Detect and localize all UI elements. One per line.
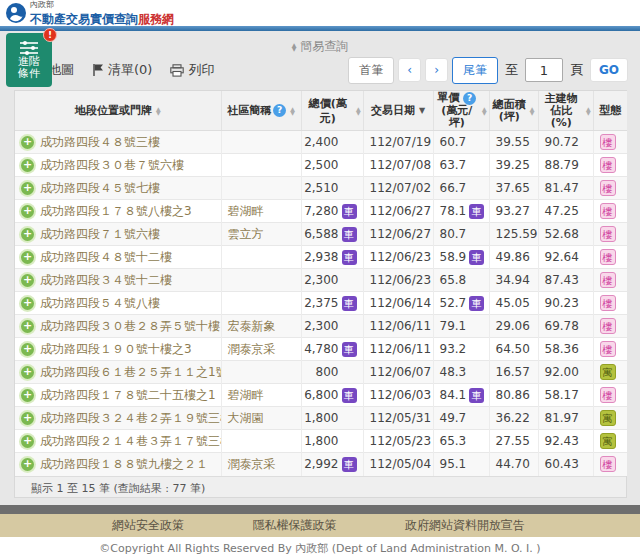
address-link[interactable]: 成功路四段２１４巷３弄１７號三樓 (40, 433, 221, 450)
expand-row-icon[interactable]: + (21, 205, 34, 218)
cell-address[interactable]: +成功路四段４８號三樓 (15, 131, 221, 154)
cell-address[interactable]: +成功路四段３０巷７號六樓 (15, 154, 221, 177)
cell-address[interactable]: +成功路四段１８８號九樓之２１ (15, 453, 221, 476)
parking-badge: 車 (342, 227, 357, 242)
table-row[interactable]: +成功路四段６１巷２５弄１１之1號二樓800112/06/0748.316.57… (15, 361, 627, 384)
expand-row-icon[interactable]: + (21, 228, 34, 241)
table-row[interactable]: +成功路四段１７８號二十五樓之1碧湖畔6,800車112/06/0384.1車8… (15, 384, 627, 407)
address-link[interactable]: 成功路四段４８號三樓 (40, 134, 160, 151)
cell-area: 27.55 (489, 430, 538, 453)
last-page-button[interactable]: 尾筆 (452, 57, 498, 84)
list-button[interactable]: 清單(0) (92, 61, 152, 79)
address-link[interactable]: 成功路四段１９０號十樓之3 (40, 341, 192, 358)
parking-badge: 車 (342, 296, 357, 311)
column-header-location[interactable]: 地段位置或門牌 ▲▼ (15, 91, 221, 131)
security-policy-link[interactable]: 網站安全政策 (112, 517, 184, 534)
expand-row-icon[interactable]: + (21, 182, 34, 195)
expand-row-icon[interactable]: + (21, 366, 34, 379)
expand-row-icon[interactable]: + (21, 435, 34, 448)
cell-address[interactable]: +成功路四段１７８號八樓之3 (15, 200, 221, 223)
column-label: 型態 (599, 103, 621, 118)
column-header-community[interactable]: 社區簡稱 ? ▲▼ (221, 91, 301, 131)
expand-row-icon[interactable]: + (21, 343, 34, 356)
cell-address[interactable]: +成功路四段５４號八樓 (15, 292, 221, 315)
sorted-desc-icon: ▼ (419, 106, 425, 115)
table-row[interactable]: +成功路四段４８號三樓2,400112/07/1960.739.5590.72樓 (15, 131, 627, 154)
help-icon[interactable]: ? (273, 104, 286, 117)
sort-icon: ▲▼ (530, 107, 535, 115)
table-row[interactable]: +成功路四段３０巷２８弄５號十樓宏泰新象2,300112/06/1179.129… (15, 315, 627, 338)
cell-area: 29.06 (489, 315, 538, 338)
address-link[interactable]: 成功路四段４８號十二樓 (40, 249, 172, 266)
column-header-date[interactable]: 交易日期 ▼ (363, 91, 433, 131)
address-link[interactable]: 成功路四段１８８號九樓之２１ (40, 456, 208, 473)
cell-address[interactable]: +成功路四段３２４巷２弄１９號三樓 (15, 407, 221, 430)
cell-address[interactable]: +成功路四段３０巷２８弄５號十樓 (15, 315, 221, 338)
prev-page-button[interactable]: ‹ (398, 58, 421, 82)
address-link[interactable]: 成功路四段３０巷７號六樓 (40, 157, 184, 174)
expand-row-icon[interactable]: + (21, 458, 34, 471)
column-header-area[interactable]: 總面積 (坪) ▲▼ (489, 91, 538, 131)
cell-community (221, 131, 301, 154)
address-link[interactable]: 成功路四段３４號十二樓 (40, 272, 172, 289)
table-row[interactable]: +成功路四段４８號十二樓2,938車112/06/2358.9車49.8692.… (15, 246, 627, 269)
table-row[interactable]: +成功路四段３０巷７號六樓2,500112/07/0863.739.2588.7… (15, 154, 627, 177)
address-link[interactable]: 成功路四段６１巷２５弄１１之1號二樓 (40, 364, 221, 381)
address-link[interactable]: 成功路四段１７８號八樓之3 (40, 203, 192, 220)
address-link[interactable]: 成功路四段３２４巷２弄１９號三樓 (40, 410, 221, 427)
query-mode-toggle[interactable]: ▲▼簡易查詢 (0, 31, 640, 53)
cell-date: 112/07/19 (363, 131, 433, 154)
first-page-button[interactable]: 首筆 (348, 57, 394, 84)
parking-badge: 車 (469, 388, 484, 403)
expand-row-icon[interactable]: + (21, 251, 34, 264)
table-row[interactable]: +成功路四段３４號十二樓2,300112/06/2365.834.9487.43… (15, 269, 627, 292)
cell-address[interactable]: +成功路四段４８號十二樓 (15, 246, 221, 269)
column-header-unit-price[interactable]: 單價 ? (萬元/坪) ▲▼ (433, 91, 489, 131)
print-button[interactable]: 列印 (170, 61, 214, 79)
cell-address[interactable]: +成功路四段１９０號十樓之3 (15, 338, 221, 361)
column-label: 總面積 (493, 99, 526, 111)
expand-row-icon[interactable]: + (21, 136, 34, 149)
cell-address[interactable]: +成功路四段４５號七樓 (15, 177, 221, 200)
address-link[interactable]: 成功路四段５４號八樓 (40, 295, 160, 312)
expand-row-icon[interactable]: + (21, 274, 34, 287)
total-price-value: 2,400 (304, 135, 338, 149)
table-row[interactable]: +成功路四段１８８號九樓之２１潤泰京采2,992車112/05/0495.144… (15, 453, 627, 476)
cell-address[interactable]: +成功路四段７１號六樓 (15, 223, 221, 246)
cell-address[interactable]: +成功路四段３４號十二樓 (15, 269, 221, 292)
address-link[interactable]: 成功路四段４５號七樓 (40, 180, 160, 197)
address-link[interactable]: 成功路四段１７８號二十五樓之1 (40, 387, 216, 404)
expand-row-icon[interactable]: + (21, 297, 34, 310)
column-header-total-price[interactable]: 總價(萬元) ▲▼ (301, 91, 363, 131)
column-header-ratio[interactable]: 主建物 佔比(%) ▲▼ (538, 91, 593, 131)
open-data-link[interactable]: 政府網站資料開放宣告 (405, 517, 525, 534)
address-link[interactable]: 成功路四段３０巷２８弄５號十樓 (40, 318, 220, 335)
expand-row-icon[interactable]: + (21, 159, 34, 172)
parking-badge: 車 (469, 296, 484, 311)
total-price-value: 2,992 (304, 457, 338, 471)
cell-address[interactable]: +成功路四段６１巷２５弄１１之1號二樓 (15, 361, 221, 384)
cell-total-price: 2,400 (301, 131, 363, 154)
table-row[interactable]: +成功路四段４５號七樓2,510112/07/0266.737.6581.47樓 (15, 177, 627, 200)
table-row[interactable]: +成功路四段１７８號八樓之3碧湖畔7,280車112/06/2778.1車93.… (15, 200, 627, 223)
table-row[interactable]: +成功路四段５４號八樓2,375車112/06/1452.7車45.0590.2… (15, 292, 627, 315)
next-page-button[interactable]: › (425, 58, 448, 82)
cell-ratio: 60.43 (538, 453, 593, 476)
expand-row-icon[interactable]: + (21, 320, 34, 333)
expand-row-icon[interactable]: + (21, 412, 34, 425)
table-row[interactable]: +成功路四段３２４巷２弄１９號三樓大湖園1,800112/05/3149.736… (15, 407, 627, 430)
unit-price-value: 65.8 (440, 273, 467, 287)
address-link[interactable]: 成功路四段７１號六樓 (40, 226, 160, 243)
cell-address[interactable]: +成功路四段１７８號二十五樓之1 (15, 384, 221, 407)
column-label: 總價(萬元) (304, 96, 352, 126)
privacy-policy-link[interactable]: 隱私權保護政策 (253, 517, 337, 534)
cell-address[interactable]: +成功路四段２１４巷３弄１７號三樓 (15, 430, 221, 453)
advanced-conditions-button[interactable]: ! 進階 條件 (6, 33, 52, 87)
page-number-input[interactable] (525, 58, 563, 82)
expand-row-icon[interactable]: + (21, 389, 34, 402)
cell-ratio: 92.64 (538, 246, 593, 269)
go-button[interactable]: GO (590, 58, 628, 82)
table-row[interactable]: +成功路四段７１號六樓雲立方6,588車112/06/2780.7125.595… (15, 223, 627, 246)
table-row[interactable]: +成功路四段１９０號十樓之3潤泰京采4,780車112/06/1193.264.… (15, 338, 627, 361)
table-row[interactable]: +成功路四段２１４巷３弄１７號三樓1,800112/05/2365.327.55… (15, 430, 627, 453)
